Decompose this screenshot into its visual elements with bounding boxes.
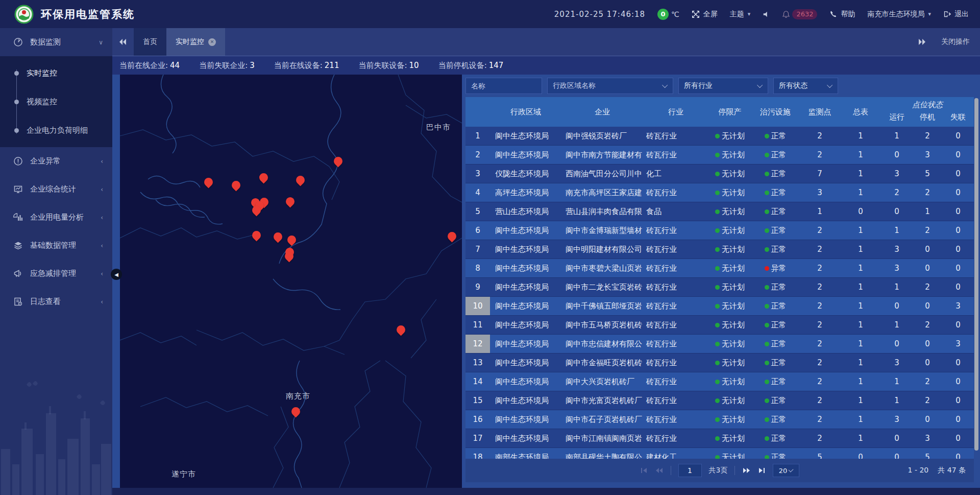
point-status-subheaders: 运行 停机 失联: [881, 110, 974, 127]
double-chevron-right-icon[interactable]: [918, 38, 926, 45]
sidebar-item-5[interactable]: 应急减排管理‹: [0, 260, 112, 288]
status-dot-green: [715, 436, 720, 441]
prev-page-button[interactable]: [655, 467, 664, 474]
logout-button[interactable]: 退出: [943, 10, 969, 19]
chart-icon: [13, 213, 23, 222]
cell-treatment-status-label: 正常: [771, 358, 787, 368]
cell-index: 9: [465, 278, 490, 296]
alert-icon: [13, 156, 23, 166]
region-select[interactable]: 行政区域名称: [547, 78, 673, 94]
org-dropdown[interactable]: 南充市生态环境局 ▾: [867, 10, 931, 19]
cell-stop-status-label: 无计划: [722, 226, 745, 235]
cell-stop-status: 无计划: [708, 372, 751, 391]
cell-stop-status: 无计划: [708, 221, 751, 240]
col-header-industry: 行业: [643, 97, 708, 127]
help-button[interactable]: 帮助: [829, 10, 855, 19]
cell-halted: 1: [913, 202, 942, 221]
cell-region: 南部生态环境局: [490, 448, 561, 459]
notifications[interactable]: 2632: [782, 9, 817, 19]
stat-item: 当前在线设备:211: [274, 61, 339, 70]
industry-select-value: 所有行业: [684, 81, 713, 90]
status-dot-green: [715, 134, 720, 138]
table-row[interactable]: 6阆中生态环境局阆中市金博瑞新型墙材砖瓦行业无计划正常21120: [465, 221, 974, 240]
table-row[interactable]: 8阆中生态环境局阆中市枣碧大梁山页岩砖瓦行业无计划异常21300: [465, 259, 974, 278]
theme-dropdown[interactable]: 主题 ▾: [730, 10, 751, 19]
page-number-input[interactable]: [678, 464, 702, 477]
cell-company: 阆中千佛镇五郎垭页岩: [561, 297, 643, 315]
temperature: 0 ℃: [657, 9, 679, 20]
table-row[interactable]: 15阆中生态环境局阆中市光富页岩机砖厂砖瓦行业无计划正常21120: [465, 391, 974, 410]
sound-toggle[interactable]: [763, 11, 770, 18]
fullscreen-icon: [692, 10, 700, 18]
table-row[interactable]: 12阆中生态环境局阆中市忠信建材有限公砖瓦行业无计划正常21003: [465, 335, 974, 353]
table-row[interactable]: 13阆中生态环境局阆中市金福旺页岩机砖砖瓦行业无计划正常21300: [465, 353, 974, 372]
cell-industry: 砖瓦行业: [643, 335, 708, 353]
next-page-button[interactable]: [742, 467, 751, 474]
tab-0[interactable]: 首页: [134, 28, 166, 56]
tab-label: 首页: [143, 37, 157, 46]
cell-lost: 0: [942, 391, 974, 410]
cell-monitor-points: 2: [799, 259, 840, 277]
notification-count-badge: 2632: [792, 9, 817, 19]
table-row[interactable]: 4高坪生态环境局南充市高坪区王家店建砖瓦行业无计划正常31220: [465, 183, 974, 202]
table-scrollbar-thumb[interactable]: [974, 98, 978, 451]
cell-company: 阆中市金博瑞新型墙材: [561, 221, 643, 240]
table-row[interactable]: 5营山生态环境局营山县润丰肉食品有限食品无计划正常10010: [465, 202, 974, 221]
sidebar-sub-item-2[interactable]: 企业电力负荷明细: [0, 116, 112, 145]
industry-select[interactable]: 所有行业: [678, 78, 768, 94]
page-size-select[interactable]: 20: [773, 464, 799, 477]
table-row[interactable]: 18南部生态环境局南部县砚华土陶有限公建材化工无计划正常50050: [465, 448, 974, 459]
temperature-badge: 0: [657, 9, 669, 20]
status-dot-green: [715, 342, 720, 346]
sidebar-item-0[interactable]: 数据监测∨: [0, 28, 112, 56]
tab-1[interactable]: 实时监控✕: [166, 28, 225, 56]
sidebar-item-3[interactable]: 企业用电量分析‹: [0, 203, 112, 231]
table-row[interactable]: 10阆中生态环境局阆中千佛镇五郎垭页岩砖瓦行业无计划正常21003: [465, 297, 974, 316]
brand: 环保用电监管系统: [14, 5, 135, 24]
table-row[interactable]: 9阆中生态环境局阆中市二龙长宝页岩砖砖瓦行业无计划正常21120: [465, 278, 974, 297]
cell-total-meters: 1: [840, 164, 881, 183]
sidebar-submenu: 实时监控视频监控企业电力负荷明细: [0, 56, 112, 147]
cell-treatment-status: 正常: [751, 164, 799, 183]
status-dot-green: [715, 304, 720, 309]
sidebar-item-2[interactable]: 企业综合统计‹: [0, 175, 112, 203]
col-header-run: 运行: [881, 110, 913, 127]
cell-treatment-status-label: 正常: [771, 415, 787, 425]
table-row[interactable]: 3仪陇生态环境局西南油气田分公司川中化工无计划正常71350: [465, 164, 974, 183]
tabs-scroll-left-button[interactable]: [112, 28, 134, 56]
table-row[interactable]: 11阆中生态环境局阆中市五马桥页岩机砖砖瓦行业无计划正常21120: [465, 316, 974, 335]
map-canvas[interactable]: 巴中市南充市遂宁市: [120, 75, 462, 488]
caret-down-icon: ▾: [928, 11, 931, 17]
name-search-input[interactable]: [471, 82, 536, 90]
table-row[interactable]: 1阆中生态环境局阆中强锐页岩砖厂砖瓦行业无计划正常21120: [465, 127, 974, 146]
close-operations-button[interactable]: 关闭操作: [941, 37, 970, 46]
table-scrollbar[interactable]: [974, 97, 979, 459]
cell-stop-status-label: 无计划: [722, 396, 745, 406]
sidebar-sub-item-0[interactable]: 实时监控: [0, 59, 112, 87]
last-page-button[interactable]: [758, 467, 766, 474]
fullscreen-button[interactable]: 全屏: [692, 10, 718, 19]
tab-close-icon[interactable]: ✕: [208, 38, 216, 46]
sidebar-item-6[interactable]: 日志查看‹: [0, 288, 112, 316]
cell-stop-status: 无计划: [708, 391, 751, 410]
status-select[interactable]: 所有状态: [773, 78, 838, 94]
bell-icon: [782, 10, 790, 18]
table-row[interactable]: 16阆中生态环境局阆中市石子页岩机砖厂砖瓦行业无计划正常21300: [465, 410, 974, 429]
sidebar-sub-item-1[interactable]: 视频监控: [0, 87, 112, 116]
first-page-button[interactable]: [640, 467, 648, 474]
status-dot-green: [765, 361, 769, 365]
name-search-field[interactable]: [465, 78, 542, 94]
cell-stop-status: 无计划: [708, 183, 751, 202]
panel-collapse-button[interactable]: ◀: [111, 269, 122, 280]
table-row[interactable]: 7阆中生态环境局阆中明阳建材有限公司砖瓦行业无计划正常21300: [465, 240, 974, 259]
cell-stop-status: 无计划: [708, 335, 751, 353]
table-row[interactable]: 17阆中生态环境局阆中市江南镇阆南页岩砖瓦行业无计划正常21030: [465, 429, 974, 448]
cell-treatment-status: 正常: [751, 221, 799, 240]
cell-treatment-status-label: 正常: [771, 320, 787, 330]
table-row[interactable]: 14阆中生态环境局阆中大兴页岩机砖厂砖瓦行业无计划正常21120: [465, 372, 974, 391]
chevron-down-icon: [662, 82, 668, 88]
sidebar-item-1[interactable]: 企业异常‹: [0, 147, 112, 175]
sidebar-item-4[interactable]: 基础数据管理‹: [0, 231, 112, 260]
cell-halted: 2: [913, 372, 942, 391]
table-row[interactable]: 2阆中生态环境局阆中市南方节能建材有砖瓦行业无计划正常21030: [465, 146, 974, 164]
